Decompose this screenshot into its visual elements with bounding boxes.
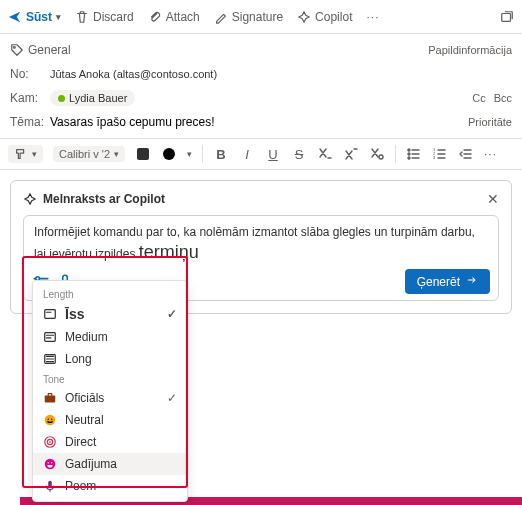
- popout-button[interactable]: [500, 10, 514, 24]
- recipient-name: Lydia Bauer: [69, 92, 127, 104]
- copilot-icon: [297, 10, 311, 24]
- svg-point-21: [49, 441, 51, 443]
- tone-casual-item[interactable]: Gadījuma: [33, 453, 187, 475]
- tag-icon: [10, 43, 24, 57]
- bold-button[interactable]: B: [213, 146, 229, 162]
- send-button[interactable]: Sūst ▾: [8, 10, 61, 24]
- svg-point-1: [14, 47, 16, 49]
- bullets-button[interactable]: [406, 146, 422, 162]
- subscript-button[interactable]: [317, 146, 333, 162]
- format-painter-button[interactable]: ▾: [8, 145, 43, 163]
- menu-item-label: Gadījuma: [65, 457, 117, 471]
- chevron-down-icon[interactable]: ▾: [187, 149, 192, 159]
- extra-info-link[interactable]: Papildinformācija: [428, 44, 512, 56]
- trash-icon: [75, 10, 89, 24]
- separator: [395, 145, 396, 163]
- attach-label: Attach: [166, 10, 200, 24]
- subject-input[interactable]: [50, 115, 310, 129]
- font-name: Calibri v '2: [59, 148, 110, 160]
- from-value[interactable]: Jūtas Anoka (altas@contoso.cont): [50, 68, 217, 80]
- menu-item-label: Long: [65, 352, 92, 366]
- attach-button[interactable]: Attach: [148, 10, 200, 24]
- tone-direct-item[interactable]: Direct: [33, 431, 187, 453]
- chevron-down-icon: ▾: [56, 12, 61, 22]
- superscript-button[interactable]: [343, 146, 359, 162]
- paperclip-icon: [148, 10, 162, 24]
- svg-point-2: [379, 155, 383, 159]
- length-medium-item[interactable]: Medium: [33, 326, 187, 348]
- adjust-menu: Length Īss ✓ Medium Long Tone Oficiāls ✓…: [32, 280, 188, 502]
- generate-label: Ģenerēt: [417, 275, 460, 289]
- signature-label: Signature: [232, 10, 283, 24]
- more-button[interactable]: ···: [366, 10, 379, 24]
- discard-button[interactable]: Discard: [75, 10, 134, 24]
- svg-rect-15: [45, 395, 56, 402]
- priority-link[interactable]: Prioritāte: [468, 116, 512, 128]
- check-icon: ✓: [167, 391, 177, 405]
- length-long-item[interactable]: Long: [33, 348, 187, 370]
- svg-rect-12: [45, 310, 56, 319]
- menu-item-label: Poem: [65, 479, 96, 493]
- prompt-line1: Informējiet komandu par to, ka nolēmām i…: [34, 225, 475, 261]
- subject-label: Tēma:: [10, 115, 50, 129]
- svg-point-17: [48, 418, 49, 419]
- tone-neutral-item[interactable]: Neutral: [33, 409, 187, 431]
- tone-poem-item[interactable]: Poem: [33, 475, 187, 497]
- strike-button[interactable]: S: [291, 146, 307, 162]
- svg-point-3: [408, 149, 410, 151]
- underline-button[interactable]: U: [265, 146, 281, 162]
- card-title: Melnraksts ar Copilot: [43, 192, 165, 206]
- menu-item-label: Neutral: [65, 413, 104, 427]
- more-format-button[interactable]: ···: [484, 147, 497, 161]
- clear-format-button[interactable]: [369, 146, 385, 162]
- chevron-down-icon: ▾: [32, 149, 37, 159]
- arrow-right-icon: [466, 274, 478, 289]
- svg-rect-0: [502, 13, 511, 21]
- grin-icon: [43, 457, 57, 471]
- svg-point-22: [45, 459, 56, 470]
- close-button[interactable]: ✕: [487, 191, 499, 207]
- prompt-text: Informējiet komandu par to, ka nolēmām i…: [34, 224, 488, 264]
- copilot-label: Copilot: [315, 10, 352, 24]
- outdent-button[interactable]: [458, 146, 474, 162]
- numbering-button[interactable]: 123: [432, 146, 448, 162]
- menu-item-label: Īss: [65, 306, 84, 322]
- copilot-icon: [23, 192, 37, 206]
- length-group-label: Length: [33, 285, 187, 302]
- category-tag[interactable]: General: [10, 43, 71, 57]
- svg-point-5: [408, 157, 410, 159]
- send-icon: [8, 10, 22, 24]
- font-select[interactable]: Calibri v '2 ▾: [53, 146, 125, 162]
- generate-button[interactable]: Ģenerēt: [405, 269, 490, 294]
- pen-icon: [214, 10, 228, 24]
- copilot-button[interactable]: Copilot: [297, 10, 352, 24]
- discard-label: Discard: [93, 10, 134, 24]
- svg-rect-25: [48, 481, 52, 487]
- presence-icon: [58, 95, 65, 102]
- tone-formal-item[interactable]: Oficiāls ✓: [33, 387, 187, 409]
- svg-point-23: [48, 462, 49, 463]
- signature-button[interactable]: Signature: [214, 10, 283, 24]
- prompt-line2: termiņu: [139, 242, 199, 262]
- length-short-item[interactable]: Īss ✓: [33, 302, 187, 326]
- brush-icon: [14, 147, 28, 161]
- menu-item-label: Medium: [65, 330, 108, 344]
- italic-button[interactable]: I: [239, 146, 255, 162]
- send-label: Sūst: [26, 10, 52, 24]
- chevron-down-icon: ▾: [114, 149, 119, 159]
- svg-point-18: [51, 418, 52, 419]
- highlight-icon: [163, 148, 175, 160]
- tone-group-label: Tone: [33, 370, 187, 387]
- font-color-button[interactable]: [135, 146, 151, 162]
- menu-item-label: Direct: [65, 435, 96, 449]
- svg-text:3: 3: [433, 155, 436, 160]
- bcc-button[interactable]: Bcc: [494, 92, 512, 104]
- briefcase-icon: [43, 391, 57, 405]
- recipient-chip[interactable]: Lydia Bauer: [50, 90, 135, 106]
- length-medium-icon: [43, 330, 57, 344]
- svg-point-24: [51, 462, 52, 463]
- cc-button[interactable]: Cc: [472, 92, 485, 104]
- to-label: Kam:: [10, 91, 50, 105]
- menu-item-label: Oficiāls: [65, 391, 104, 405]
- highlight-button[interactable]: [161, 146, 177, 162]
